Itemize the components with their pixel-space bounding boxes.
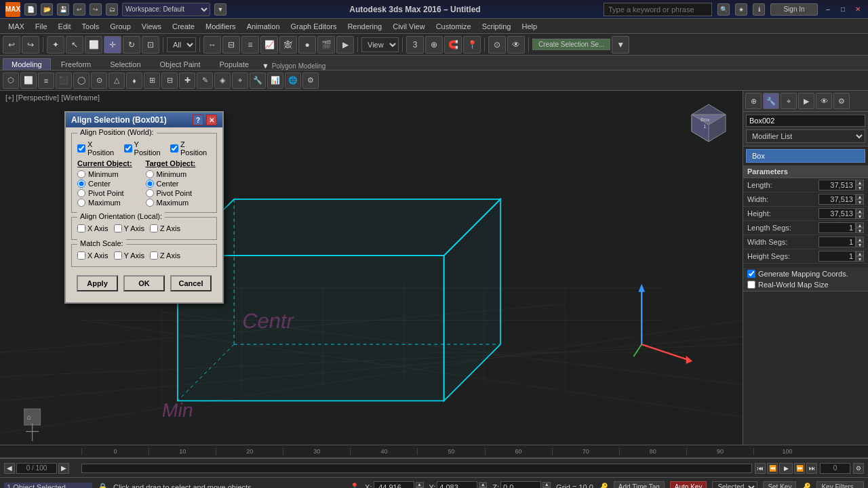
tab-object-paint[interactable]: Object Paint [151,58,210,70]
new-file-icon[interactable]: 📄 [24,3,37,16]
tab-populate[interactable]: Populate [210,58,257,70]
poly-btn3[interactable]: ≡ [38,73,54,89]
schematic-btn[interactable]: 🕸 [279,36,297,54]
menu-graph-editors[interactable]: Graph Editors [285,19,342,33]
current-maximum-radio[interactable] [77,199,85,207]
rp-utilities-btn[interactable]: ⚙ [833,93,850,109]
mirror-btn[interactable]: ↔ [203,36,221,54]
menu-views[interactable]: Views [136,19,167,33]
save-file-icon[interactable]: 💾 [57,3,69,16]
tab-modeling[interactable]: Modeling [3,58,51,70]
undo-icon[interactable]: ↩ [73,3,85,16]
menu-civil-view[interactable]: Civil View [387,19,430,33]
length-up-btn[interactable]: ▲ [856,180,864,185]
manage-selection-btn[interactable]: ▼ [612,36,629,54]
poly-btn10[interactable]: ⊟ [161,73,178,89]
y-coord-input[interactable] [437,481,477,489]
x-coord-spinner[interactable]: ▲ ▼ [416,482,424,489]
height-input[interactable] [818,208,856,219]
frame-input[interactable]: 0 [820,463,850,474]
menu-create[interactable]: Create [167,19,200,33]
modifier-list-dropdown[interactable]: Modifier List [746,129,865,143]
ok-button[interactable]: OK [123,275,165,291]
menu-max[interactable]: MAX [3,19,30,33]
open-file-icon[interactable]: 📂 [41,3,53,16]
poly-btn15[interactable]: 🔧 [250,73,266,89]
dialog-help-button[interactable]: ? [193,115,203,125]
workspace-arrow-icon[interactable]: ▼ [214,3,226,16]
y-coord-spinner[interactable]: ▲ ▼ [479,482,487,489]
y-position-checkbox[interactable] [124,144,132,152]
target-maximum-radio[interactable] [146,199,154,207]
length-down-btn[interactable]: ▼ [856,185,864,190]
length-input[interactable] [818,180,856,190]
set-key-btn[interactable]: Set Key [763,481,796,489]
menu-group[interactable]: Group [104,19,136,33]
menu-tools[interactable]: Tools [77,19,105,33]
isolation-btn[interactable]: ⊙ [488,36,506,54]
z-position-checkbox[interactable] [170,144,178,152]
next-frame-btn[interactable]: ▶ [58,463,69,474]
search-icon[interactable]: 🔍 [717,3,730,16]
timeline-scroll[interactable] [81,464,752,473]
orient-y-checkbox[interactable] [114,224,122,232]
x-coord-input[interactable] [374,481,414,489]
snap-3d-btn[interactable]: 3 [406,36,424,54]
x-position-checkbox[interactable] [77,144,85,152]
height-up-btn[interactable]: ▲ [856,208,864,214]
width-segs-up-btn[interactable]: ▲ [856,237,864,242]
poly-btn14[interactable]: ⌖ [232,73,248,89]
poly-btn8[interactable]: ♦ [126,73,142,89]
go-end-btn[interactable]: ⏭ [806,463,817,474]
workspace-dropdown[interactable]: Workspace: Default [122,3,210,16]
x-up-btn[interactable]: ▲ [416,482,424,487]
material-btn[interactable]: ● [298,36,316,54]
auto-key-btn[interactable]: Auto Key [670,481,707,489]
menu-customize[interactable]: Customize [431,19,477,33]
width-up-btn[interactable]: ▲ [856,194,864,199]
prev-key-btn[interactable]: ⏪ [767,463,778,474]
move-btn[interactable]: ✛ [104,36,121,54]
target-pivot-radio[interactable] [146,189,154,197]
render-setup-btn[interactable]: 🎬 [317,36,335,54]
maximize-button[interactable]: □ [838,5,848,14]
current-pivot-radio[interactable] [77,189,85,197]
scale-y-checkbox[interactable] [114,251,122,260]
view-dropdown[interactable]: View [361,37,399,52]
width-segs-spinner[interactable]: ▲ ▼ [856,237,864,247]
height-spinner[interactable]: ▲ ▼ [856,208,864,219]
width-spinner[interactable]: ▲ ▼ [856,194,864,205]
key-mode-dropdown[interactable]: Selected [712,481,757,489]
real-world-checkbox[interactable] [747,281,755,289]
object-name-input[interactable] [746,115,865,127]
z-coord-input[interactable] [500,481,541,489]
populate-options[interactable]: ▼ [262,62,269,70]
poly-btn6[interactable]: ⊙ [91,73,107,89]
snap3-btn[interactable]: 📍 [463,36,481,54]
selection-filter-dropdown[interactable]: All [167,37,196,52]
align-btn[interactable]: ⊟ [222,36,240,54]
orient-x-checkbox[interactable] [77,224,85,232]
y-up-btn[interactable]: ▲ [479,482,487,487]
next-key-btn[interactable]: ⏩ [794,463,805,474]
poly-btn16[interactable]: 📊 [267,73,283,89]
length-segs-up-btn[interactable]: ▲ [856,222,864,228]
poly-btn9[interactable]: ⊞ [144,73,160,89]
redo-icon[interactable]: ↪ [90,3,102,16]
sign-in-button[interactable]: Sign In [770,3,818,16]
gen-mapping-checkbox[interactable] [747,270,755,278]
poly-btn2[interactable]: ⬜ [20,73,37,89]
z-up-btn[interactable]: ▲ [542,482,551,487]
modifier-item-box[interactable]: Box [746,149,865,163]
rp-hierarchy-btn[interactable]: ⌖ [781,93,797,109]
poly-btn1[interactable]: ⬡ [3,73,19,89]
menu-edit[interactable]: Edit [53,19,77,33]
poly-btn17[interactable]: 🌐 [285,73,301,89]
create-selection-btn[interactable]: Create Selection Se... [532,39,610,50]
width-input[interactable] [818,194,856,205]
target-center-radio[interactable] [146,180,154,188]
undo-toolbar-btn[interactable]: ↩ [3,36,20,54]
poly-btn12[interactable]: ✎ [197,73,213,89]
poly-btn5[interactable]: ◯ [73,73,90,89]
z-coord-spinner[interactable]: ▲ ▼ [542,482,551,489]
